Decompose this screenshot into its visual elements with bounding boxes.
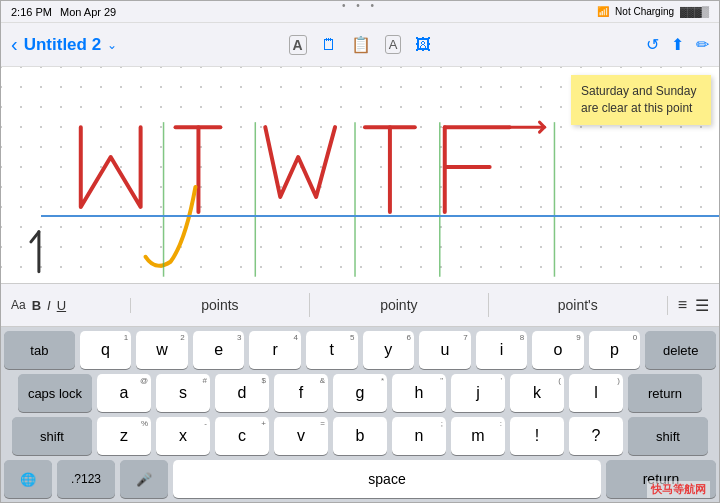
key-row-1: tab 1q 2w 3e 4r 5t 6y 7u 8i 9o 0p delete xyxy=(4,331,716,369)
aa-label[interactable]: Aa xyxy=(11,298,26,312)
underline-button[interactable]: U xyxy=(57,298,66,313)
suggestion-3[interactable]: point's xyxy=(489,293,667,317)
sticky-note: Saturday and Sunday are clear at this po… xyxy=(571,75,711,125)
key-g[interactable]: *g xyxy=(333,374,387,412)
key-h[interactable]: "h xyxy=(392,374,446,412)
key-m[interactable]: :m xyxy=(451,417,505,455)
shift-right-key[interactable]: shift xyxy=(628,417,708,455)
autocomplete-bar: Aa B I U points pointy point's ≡ ☰ xyxy=(1,283,719,327)
watermark: 快马等航网 xyxy=(647,481,710,498)
suggestion-1[interactable]: points xyxy=(131,293,310,317)
suggestion-2[interactable]: pointy xyxy=(310,293,489,317)
drag-indicator: • • • xyxy=(342,0,378,11)
list-icon[interactable]: ☰ xyxy=(695,296,709,315)
status-bar: 2:16 PM Mon Apr 29 • • • 📶 Not Charging … xyxy=(1,1,719,23)
key-n[interactable]: ;n xyxy=(392,417,446,455)
key-rows: tab 1q 2w 3e 4r 5t 6y 7u 8i 9o 0p delete… xyxy=(1,327,719,503)
back-button[interactable]: ‹ xyxy=(11,33,18,56)
image-icon[interactable]: 🖼 xyxy=(415,36,431,54)
time: 2:16 PM xyxy=(11,6,52,18)
wifi-icon: 📶 xyxy=(597,6,609,17)
key-s[interactable]: #s xyxy=(156,374,210,412)
space-key[interactable]: space xyxy=(173,460,601,498)
key-a[interactable]: @a xyxy=(97,374,151,412)
key-x[interactable]: -x xyxy=(156,417,210,455)
document-title[interactable]: Untitled 2 xyxy=(24,35,101,55)
key-row-2: caps lock @a #s $d &f *g "h 'j (k )l ret… xyxy=(4,374,716,412)
key-p[interactable]: 0p xyxy=(589,331,641,369)
key-e[interactable]: 3e xyxy=(193,331,245,369)
key-q[interactable]: 1q xyxy=(80,331,132,369)
delete-key[interactable]: delete xyxy=(645,331,716,369)
date: Mon Apr 29 xyxy=(60,6,116,18)
key-t[interactable]: 5t xyxy=(306,331,358,369)
share-icon[interactable]: ⬆ xyxy=(671,35,684,54)
key-exclaim[interactable]: ! xyxy=(510,417,564,455)
key-u[interactable]: 7u xyxy=(419,331,471,369)
italic-button[interactable]: I xyxy=(47,298,51,313)
key-r[interactable]: 4r xyxy=(249,331,301,369)
key-b[interactable]: b xyxy=(333,417,387,455)
key-row-4: 🌐 .?123 🎤 space return xyxy=(4,460,716,498)
key-row-3: shift %z -x +c =v b ;n :m ! ? shift xyxy=(4,417,716,455)
align-icon[interactable]: ≡ xyxy=(678,296,687,314)
key-j[interactable]: 'j xyxy=(451,374,505,412)
baseline xyxy=(41,215,719,217)
text-format-icon[interactable]: A xyxy=(289,35,307,55)
key-z[interactable]: %z xyxy=(97,417,151,455)
clipboard-icon[interactable]: 📋 xyxy=(351,35,371,54)
tab-key[interactable]: tab xyxy=(4,331,75,369)
return-key[interactable]: return xyxy=(628,374,702,412)
key-question[interactable]: ? xyxy=(569,417,623,455)
key-v[interactable]: =v xyxy=(274,417,328,455)
key-i[interactable]: 8i xyxy=(476,331,528,369)
caps-lock-key[interactable]: caps lock xyxy=(18,374,92,412)
bold-button[interactable]: B xyxy=(32,298,41,313)
battery-label: Not Charging xyxy=(615,6,674,17)
key-w[interactable]: 2w xyxy=(136,331,188,369)
key-f[interactable]: &f xyxy=(274,374,328,412)
key-c[interactable]: +c xyxy=(215,417,269,455)
num-key[interactable]: .?123 xyxy=(57,460,115,498)
keyboard[interactable]: Aa B I U points pointy point's ≡ ☰ tab 1… xyxy=(1,283,719,503)
key-y[interactable]: 6y xyxy=(363,331,415,369)
title-chevron-icon[interactable]: ⌄ xyxy=(107,38,117,52)
key-l[interactable]: )l xyxy=(569,374,623,412)
font-size-icon[interactable]: A xyxy=(385,35,402,54)
battery-icon: ▓▓▓▒ xyxy=(680,6,709,17)
key-o[interactable]: 9o xyxy=(532,331,584,369)
edit-icon[interactable]: ✏ xyxy=(696,35,709,54)
canvas-area[interactable]: Saturday and Sunday are clear at this po… xyxy=(1,67,719,283)
globe-key[interactable]: 🌐 xyxy=(4,460,52,498)
toolbar: ‹ Untitled 2 ⌄ A 🗒 📋 A 🖼 ↺ ⬆ ✏ xyxy=(1,23,719,67)
key-k[interactable]: (k xyxy=(510,374,564,412)
mic-key[interactable]: 🎤 xyxy=(120,460,168,498)
calendar-icon[interactable]: 🗒 xyxy=(321,36,337,54)
shift-left-key[interactable]: shift xyxy=(12,417,92,455)
key-d[interactable]: $d xyxy=(215,374,269,412)
undo-icon[interactable]: ↺ xyxy=(646,35,659,54)
